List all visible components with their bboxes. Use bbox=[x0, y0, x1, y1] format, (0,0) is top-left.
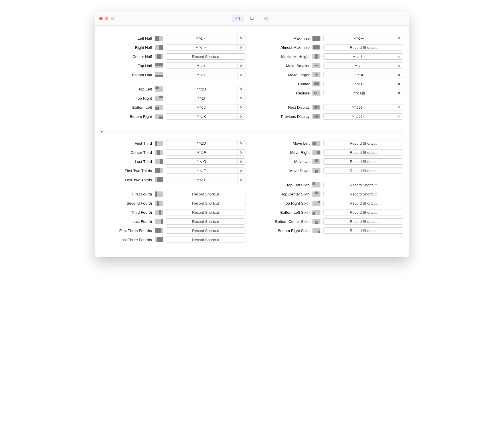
shortcut-recorder-bottom-left[interactable]: ^⌥J✕ bbox=[166, 104, 245, 110]
clear-shortcut-button[interactable]: ✕ bbox=[395, 104, 403, 110]
clear-shortcut-button[interactable]: ✕ bbox=[395, 72, 403, 78]
close-window-button[interactable] bbox=[99, 17, 103, 20]
shortcut-recorder-top-center-sixth[interactable]: Record Shortcut bbox=[323, 191, 403, 197]
shortcut-row-last-third: Last Third^⌥G✕ bbox=[105, 157, 245, 166]
shortcut-recorder-almost-maximize[interactable]: Record Shortcut bbox=[323, 44, 403, 51]
clear-shortcut-button[interactable]: ✕ bbox=[237, 45, 245, 50]
disclosure-toggle[interactable]: ▼ bbox=[99, 129, 104, 134]
clear-shortcut-button[interactable]: ✕ bbox=[395, 81, 403, 87]
shortcut-recorder-top-left[interactable]: ^⌥U✕ bbox=[166, 86, 245, 92]
clear-shortcut-button[interactable]: ✕ bbox=[395, 54, 403, 59]
svg-rect-1 bbox=[237, 18, 239, 19]
shortcut-recorder-last-third[interactable]: ^⌥G✕ bbox=[166, 158, 245, 165]
shortcut-recorder-last-fourth[interactable]: Record Shortcut bbox=[166, 218, 245, 225]
shortcut-recorder-move-down[interactable]: Record Shortcut bbox=[323, 167, 403, 174]
shortcut-recorder-top-right-sixth[interactable]: Record Shortcut bbox=[323, 200, 403, 206]
shortcut-recorder-first-fourth[interactable]: Record Shortcut bbox=[166, 191, 245, 197]
clear-shortcut-button[interactable]: ✕ bbox=[237, 114, 245, 119]
shortcut-recorder-center[interactable]: ^⌥C✕ bbox=[323, 81, 403, 87]
tr-glyph-icon bbox=[155, 96, 163, 101]
clear-shortcut-button[interactable]: ✕ bbox=[237, 95, 245, 101]
clear-shortcut-button[interactable]: ✕ bbox=[237, 72, 245, 78]
shortcut-recorder-bottom-right[interactable]: ^⌥K✕ bbox=[166, 113, 245, 120]
shortcut-label: Bottom Left Sixth bbox=[263, 210, 310, 215]
shortcut-label: Last Three Fourths bbox=[105, 238, 152, 242]
shortcut-recorder-previous-display[interactable]: ^⌥⌘←✕ bbox=[323, 113, 403, 120]
shortcut-recorder-left-half[interactable]: ^⌥←✕ bbox=[166, 35, 245, 41]
shortcut-value: Record Shortcut bbox=[324, 200, 403, 206]
shortcut-label: Move Left bbox=[263, 141, 310, 146]
clear-shortcut-button[interactable]: ✕ bbox=[237, 86, 245, 92]
shortcut-recorder-center-third[interactable]: ^⌥F✕ bbox=[166, 149, 245, 156]
shortcut-label: First Fourth bbox=[105, 192, 152, 196]
shortcut-recorder-move-right[interactable]: Record Shortcut bbox=[323, 149, 403, 156]
shortcut-value: ^⌥↑ bbox=[166, 63, 237, 68]
shortcut-label: Third Fourth bbox=[105, 210, 152, 215]
clear-shortcut-button[interactable]: ✕ bbox=[237, 159, 245, 164]
clear-shortcut-button[interactable]: ✕ bbox=[237, 168, 245, 173]
clear-shortcut-button[interactable]: ✕ bbox=[237, 63, 245, 68]
shortcuts-panel: Left Half^⌥←✕Right Half^⌥→✕Center HalfRe… bbox=[95, 26, 409, 257]
shortcut-row-move-down: Move DownRecord Shortcut bbox=[263, 166, 403, 175]
shortcut-value: ^⌥G bbox=[166, 159, 237, 164]
minimize-window-button[interactable] bbox=[105, 17, 108, 20]
clear-shortcut-button[interactable]: ✕ bbox=[237, 35, 245, 41]
shortcut-recorder-bottom-half[interactable]: ^⌥↓✕ bbox=[166, 72, 245, 78]
shortcut-value: ^⌥I bbox=[166, 95, 237, 101]
toolbar-tab-settings[interactable] bbox=[261, 15, 272, 22]
shortcut-row-top-left: Top Left^⌥U✕ bbox=[105, 84, 245, 94]
shortcut-value: Record Shortcut bbox=[166, 237, 245, 243]
clear-shortcut-button[interactable]: ✕ bbox=[395, 90, 403, 96]
clear-shortcut-button[interactable]: ✕ bbox=[237, 104, 245, 110]
maxh-glyph-icon bbox=[312, 54, 320, 59]
s-bl-glyph-icon bbox=[312, 210, 320, 215]
shortcut-recorder-last-two-thirds[interactable]: ^⌥T✕ bbox=[166, 177, 245, 183]
shortcut-recorder-top-half[interactable]: ^⌥↑✕ bbox=[166, 62, 245, 69]
shortcut-row-first-third: First Third^⌥D✕ bbox=[105, 139, 245, 148]
t1-glyph-icon bbox=[155, 141, 163, 146]
shortcut-recorder-move-up[interactable]: Record Shortcut bbox=[323, 158, 403, 165]
shortcut-label: First Third bbox=[105, 141, 152, 146]
shortcut-label: Bottom Left bbox=[105, 105, 152, 110]
shortcut-label: Bottom Half bbox=[105, 73, 152, 77]
shortcut-value: ^⌥↓ bbox=[166, 72, 237, 78]
shortcut-recorder-move-left[interactable]: Record Shortcut bbox=[323, 140, 403, 146]
clear-shortcut-button[interactable]: ✕ bbox=[237, 150, 245, 155]
zoom-window-button[interactable] bbox=[111, 17, 114, 20]
shortcut-label: Last Third bbox=[105, 160, 152, 164]
shortcut-recorder-maximize[interactable]: ^⌥↩✕ bbox=[323, 35, 403, 41]
shortcut-value: Record Shortcut bbox=[324, 168, 403, 173]
shortcut-recorder-last-three-fourths[interactable]: Record Shortcut bbox=[166, 237, 245, 243]
f1-glyph-icon bbox=[155, 191, 163, 197]
toolbar-tab-shortcuts[interactable] bbox=[232, 15, 243, 22]
shortcut-value: ^⌥= bbox=[324, 72, 395, 78]
shortcut-value: Record Shortcut bbox=[166, 191, 245, 197]
shortcut-recorder-second-fourth[interactable]: Record Shortcut bbox=[166, 200, 245, 206]
shortcut-recorder-right-half[interactable]: ^⌥→✕ bbox=[166, 44, 245, 51]
shortcut-recorder-center-half[interactable]: Record Shortcut bbox=[166, 53, 245, 60]
shortcut-recorder-bottom-left-sixth[interactable]: Record Shortcut bbox=[323, 209, 403, 215]
shortcut-row-first-two-thirds: First Two Thirds^⌥E✕ bbox=[105, 166, 245, 175]
toolbar-tab-snap[interactable] bbox=[246, 15, 258, 22]
shortcut-recorder-top-left-sixth[interactable]: Record Shortcut bbox=[323, 182, 403, 188]
shortcut-label: Center Third bbox=[105, 150, 152, 155]
shortcut-label: Move Right bbox=[263, 150, 310, 155]
clear-shortcut-button[interactable]: ✕ bbox=[237, 140, 245, 146]
shortcut-value: ^⌥E bbox=[166, 168, 237, 173]
shortcut-recorder-first-third[interactable]: ^⌥D✕ bbox=[166, 140, 245, 146]
shortcut-recorder-bottom-right-sixth[interactable]: Record Shortcut bbox=[323, 227, 403, 234]
shortcut-recorder-first-two-thirds[interactable]: ^⌥E✕ bbox=[166, 167, 245, 174]
shortcut-recorder-first-three-fourths[interactable]: Record Shortcut bbox=[166, 227, 245, 234]
shortcut-recorder-make-smaller[interactable]: ^⌥-✕ bbox=[323, 62, 403, 69]
shortcut-recorder-maximize-height[interactable]: ^⌥⇧↑✕ bbox=[323, 53, 403, 60]
clear-shortcut-button[interactable]: ✕ bbox=[237, 177, 245, 183]
shortcut-recorder-top-right[interactable]: ^⌥I✕ bbox=[166, 95, 245, 101]
clear-shortcut-button[interactable]: ✕ bbox=[395, 63, 403, 68]
clear-shortcut-button[interactable]: ✕ bbox=[395, 35, 403, 41]
shortcut-recorder-restore[interactable]: ^⌥⌫✕ bbox=[323, 90, 403, 96]
shortcut-recorder-make-larger[interactable]: ^⌥=✕ bbox=[323, 72, 403, 78]
shortcut-recorder-bottom-center-sixth[interactable]: Record Shortcut bbox=[323, 218, 403, 225]
shortcut-recorder-third-fourth[interactable]: Record Shortcut bbox=[166, 209, 245, 215]
clear-shortcut-button[interactable]: ✕ bbox=[395, 114, 403, 119]
shortcut-recorder-next-display[interactable]: ^⌥⌘→✕ bbox=[323, 104, 403, 110]
